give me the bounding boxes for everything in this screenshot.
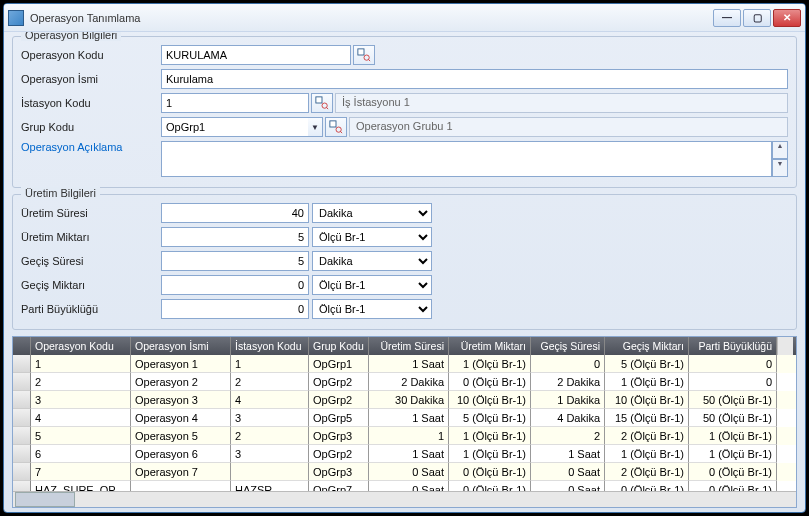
col-header[interactable]: Geçiş Miktarı: [605, 337, 689, 355]
row-selector[interactable]: [13, 409, 31, 427]
minimize-button[interactable]: —: [713, 9, 741, 27]
col-header[interactable]: Parti Büyüklüğü: [689, 337, 777, 355]
cell[interactable]: 0 (Ölçü Br-1): [449, 481, 531, 491]
cell[interactable]: 50 (Ölçü Br-1): [689, 409, 777, 427]
gecis-miktari-unit[interactable]: Ölçü Br-1: [312, 275, 432, 295]
cell[interactable]: 2 Dakika: [531, 373, 605, 391]
col-header[interactable]: Üretim Miktarı: [449, 337, 531, 355]
cell[interactable]: 3: [231, 445, 309, 463]
gecis-miktari-input[interactable]: [161, 275, 309, 295]
cell[interactable]: 0 Saat: [369, 463, 449, 481]
row-selector[interactable]: [13, 445, 31, 463]
cell[interactable]: 2 (Ölçü Br-1): [605, 427, 689, 445]
table-row[interactable]: 6Operasyon 63OpGrp21 Saat1 (Ölçü Br-1)1 …: [13, 445, 796, 463]
table-row[interactable]: 5Operasyon 52OpGrp311 (Ölçü Br-1)22 (Ölç…: [13, 427, 796, 445]
cell[interactable]: 1: [31, 355, 131, 373]
row-selector[interactable]: [13, 463, 31, 481]
cell[interactable]: 4: [31, 409, 131, 427]
cell[interactable]: 0: [689, 355, 777, 373]
table-row[interactable]: 7Operasyon 7OpGrp30 Saat0 (Ölçü Br-1)0 S…: [13, 463, 796, 481]
cell[interactable]: 1: [369, 427, 449, 445]
parti-buyuklugu-input[interactable]: [161, 299, 309, 319]
row-selector[interactable]: [13, 373, 31, 391]
cell[interactable]: 1 (Ölçü Br-1): [449, 355, 531, 373]
col-header[interactable]: Operasyon Kodu: [31, 337, 131, 355]
cell[interactable]: 2 (Ölçü Br-1): [605, 463, 689, 481]
cell[interactable]: 1 (Ölçü Br-1): [689, 427, 777, 445]
cell[interactable]: 1 Saat: [369, 409, 449, 427]
parti-buyuklugu-unit[interactable]: Ölçü Br-1: [312, 299, 432, 319]
cell[interactable]: [231, 463, 309, 481]
cell[interactable]: OpGrp3: [309, 427, 369, 445]
istasyon-kodu-input[interactable]: [161, 93, 309, 113]
cell[interactable]: 5 (Ölçü Br-1): [605, 355, 689, 373]
cell[interactable]: 1 (Ölçü Br-1): [449, 427, 531, 445]
cell[interactable]: 0: [531, 355, 605, 373]
cell[interactable]: 6: [31, 445, 131, 463]
cell[interactable]: 4 Dakika: [531, 409, 605, 427]
cell[interactable]: 2 Dakika: [369, 373, 449, 391]
istasyon-lookup-button[interactable]: [311, 93, 333, 113]
cell[interactable]: HAZ_SURE_OP: [31, 481, 131, 491]
cell[interactable]: Operasyon 2: [131, 373, 231, 391]
aciklama-spinner[interactable]: ▲▼: [772, 141, 788, 177]
op-ismi-input[interactable]: [161, 69, 788, 89]
cell[interactable]: Operasyon 1: [131, 355, 231, 373]
table-row[interactable]: 2Operasyon 22OpGrp22 Dakika0 (Ölçü Br-1)…: [13, 373, 796, 391]
cell[interactable]: 1: [231, 355, 309, 373]
cell[interactable]: 0: [689, 373, 777, 391]
row-selector[interactable]: [13, 355, 31, 373]
cell[interactable]: 0 (Ölçü Br-1): [689, 481, 777, 491]
cell[interactable]: 15 (Ölçü Br-1): [605, 409, 689, 427]
cell[interactable]: 0 Saat: [531, 463, 605, 481]
cell[interactable]: OpGrp2: [309, 445, 369, 463]
table-row[interactable]: 3Operasyon 34OpGrp230 Dakika10 (Ölçü Br-…: [13, 391, 796, 409]
cell[interactable]: OpGrp3: [309, 463, 369, 481]
cell[interactable]: 1 (Ölçü Br-1): [449, 445, 531, 463]
cell[interactable]: 30 Dakika: [369, 391, 449, 409]
gecis-suresi-unit[interactable]: Dakika: [312, 251, 432, 271]
row-selector[interactable]: [13, 427, 31, 445]
cell[interactable]: 1 (Ölçü Br-1): [605, 445, 689, 463]
grup-lookup-button[interactable]: [325, 117, 347, 137]
cell[interactable]: 7: [31, 463, 131, 481]
col-header[interactable]: İstasyon Kodu: [231, 337, 309, 355]
aciklama-input[interactable]: [161, 141, 772, 177]
cell[interactable]: OpGrp7: [309, 481, 369, 491]
cell[interactable]: 10 (Ölçü Br-1): [605, 391, 689, 409]
gecis-suresi-input[interactable]: [161, 251, 309, 271]
cell[interactable]: 2: [31, 373, 131, 391]
op-kodu-input[interactable]: [161, 45, 351, 65]
cell[interactable]: OpGrp2: [309, 391, 369, 409]
cell[interactable]: HAZSR: [231, 481, 309, 491]
uretim-miktari-unit[interactable]: Ölçü Br-1: [312, 227, 432, 247]
cell[interactable]: 3: [231, 409, 309, 427]
cell[interactable]: 0 (Ölçü Br-1): [449, 463, 531, 481]
data-grid[interactable]: Operasyon Kodu Operasyon İsmi İstasyon K…: [12, 336, 797, 508]
cell[interactable]: 0 (Ölçü Br-1): [605, 481, 689, 491]
cell[interactable]: Operasyon 6: [131, 445, 231, 463]
cell[interactable]: 2: [531, 427, 605, 445]
uretim-miktari-input[interactable]: [161, 227, 309, 247]
cell[interactable]: 1 Dakika: [531, 391, 605, 409]
cell[interactable]: 2: [231, 373, 309, 391]
table-row[interactable]: 4Operasyon 43OpGrp51 Saat5 (Ölçü Br-1)4 …: [13, 409, 796, 427]
cell[interactable]: 1 (Ölçü Br-1): [689, 445, 777, 463]
uretim-suresi-input[interactable]: [161, 203, 309, 223]
titlebar[interactable]: Operasyon Tanımlama — ▢ ✕: [4, 4, 805, 32]
cell[interactable]: 3: [31, 391, 131, 409]
table-row[interactable]: 1Operasyon 11OpGrp11 Saat1 (Ölçü Br-1)05…: [13, 355, 796, 373]
cell[interactable]: 5: [31, 427, 131, 445]
cell[interactable]: OpGrp5: [309, 409, 369, 427]
row-selector[interactable]: [13, 481, 31, 491]
grid-body[interactable]: 1Operasyon 11OpGrp11 Saat1 (Ölçü Br-1)05…: [13, 355, 796, 491]
col-header[interactable]: Grup Kodu: [309, 337, 369, 355]
close-button[interactable]: ✕: [773, 9, 801, 27]
horiz-scrollbar[interactable]: [13, 491, 796, 507]
table-row[interactable]: HAZ_SURE_OPHAZSROpGrp70 Saat0 (Ölçü Br-1…: [13, 481, 796, 491]
cell[interactable]: 0 (Ölçü Br-1): [689, 463, 777, 481]
cell[interactable]: Operasyon 7: [131, 463, 231, 481]
cell[interactable]: 10 (Ölçü Br-1): [449, 391, 531, 409]
cell[interactable]: Operasyon 5: [131, 427, 231, 445]
op-kodu-lookup-button[interactable]: [353, 45, 375, 65]
